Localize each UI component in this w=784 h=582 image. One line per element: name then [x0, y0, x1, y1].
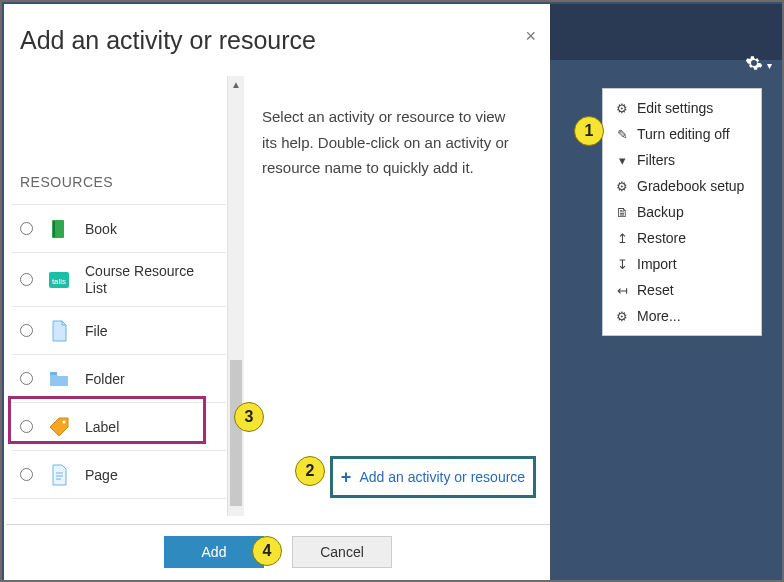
course-topbar [550, 4, 782, 60]
resource-radio[interactable] [20, 372, 33, 385]
menu-item-label: Edit settings [637, 100, 713, 116]
gear-icon: ⚙ [615, 309, 629, 324]
button-label: Add [202, 544, 227, 560]
menu-item-label: Import [637, 256, 677, 272]
menu-item-reset[interactable]: ↤Reset [603, 277, 761, 303]
svg-text:talis: talis [52, 277, 66, 286]
label-icon [47, 415, 71, 439]
annotation-badge-4: 4 [252, 536, 282, 566]
annotation-badge-2: 2 [295, 456, 325, 486]
svg-point-5 [63, 420, 66, 423]
up-arrow-icon: ↥ [615, 231, 629, 246]
menu-item-restore[interactable]: ↥Restore [603, 225, 761, 251]
resource-label: Folder [85, 371, 125, 387]
menu-item-label: Turn editing off [637, 126, 730, 142]
caret-down-icon: ▾ [767, 60, 772, 71]
menu-item-backup[interactable]: 🗎Backup [603, 199, 761, 225]
resource-list-scrollbar[interactable]: ▲ [227, 76, 244, 516]
resource-label: Label [85, 419, 119, 435]
resource-list-pane: RESOURCES Book talis Course Resource Lis… [12, 76, 226, 516]
menu-item-label: More... [637, 308, 681, 324]
resource-row-page[interactable]: Page [12, 451, 226, 499]
annotation-badge-3: 3 [234, 402, 264, 432]
button-label: Cancel [320, 544, 364, 560]
menu-item-turn-editing-off[interactable]: ✎Turn editing off [603, 121, 761, 147]
document-icon: 🗎 [615, 205, 629, 220]
down-arrow-icon: ↧ [615, 257, 629, 272]
resource-radio[interactable] [20, 222, 33, 235]
resource-radio[interactable] [20, 273, 33, 286]
page-icon [47, 463, 71, 487]
add-button[interactable]: Add [164, 536, 264, 568]
close-icon: × [525, 26, 536, 46]
resource-row-book[interactable]: Book [12, 205, 226, 253]
menu-item-gradebook-setup[interactable]: ⚙Gradebook setup [603, 173, 761, 199]
menu-item-label: Restore [637, 230, 686, 246]
svg-rect-1 [53, 221, 55, 237]
app-stage: ▾ ⚙Edit settings ✎Turn editing off ▾Filt… [0, 0, 784, 582]
book-icon [47, 217, 71, 241]
funnel-icon: ▾ [615, 153, 629, 168]
menu-item-filters[interactable]: ▾Filters [603, 147, 761, 173]
gear-icon: ⚙ [615, 101, 629, 116]
resource-radio[interactable] [20, 420, 33, 433]
menu-item-label: Reset [637, 282, 674, 298]
left-arrow-icon: ↤ [615, 283, 629, 298]
help-text: Select an activity or resource to view i… [262, 104, 524, 181]
resource-radio[interactable] [20, 324, 33, 337]
menu-item-label: Backup [637, 204, 684, 220]
settings-gear-trigger[interactable]: ▾ [745, 54, 772, 77]
file-icon [47, 319, 71, 343]
add-activity-link-label: Add an activity or resource [359, 469, 525, 485]
menu-item-import[interactable]: ↧Import [603, 251, 761, 277]
resource-label: File [85, 323, 108, 339]
gear-icon: ⚙ [615, 179, 629, 194]
resource-row-label[interactable]: Label [12, 403, 226, 451]
menu-item-label: Gradebook setup [637, 178, 744, 194]
settings-menu: ⚙Edit settings ✎Turn editing off ▾Filter… [602, 88, 762, 336]
resource-label: Course Resource List [85, 263, 218, 297]
resource-radio[interactable] [20, 468, 33, 481]
activity-chooser-dialog: Add an activity or resource × RESOURCES … [4, 4, 550, 580]
talis-icon: talis [47, 268, 71, 292]
menu-item-edit-settings[interactable]: ⚙Edit settings [603, 95, 761, 121]
folder-icon [47, 367, 71, 391]
resource-row-folder[interactable]: Folder [12, 355, 226, 403]
gear-icon [745, 54, 763, 77]
menu-item-more[interactable]: ⚙More... [603, 303, 761, 329]
menu-item-label: Filters [637, 152, 675, 168]
close-button[interactable]: × [525, 26, 536, 47]
cancel-button[interactable]: Cancel [292, 536, 392, 568]
resource-label: Book [85, 221, 117, 237]
svg-rect-4 [50, 372, 57, 375]
annotation-badge-1: 1 [574, 116, 604, 146]
scroll-thumb[interactable] [230, 360, 242, 506]
plus-icon: + [341, 467, 352, 488]
scroll-up-arrow[interactable]: ▲ [228, 76, 244, 94]
resources-section-header: RESOURCES [12, 76, 226, 205]
resource-label: Page [85, 467, 118, 483]
add-activity-link-box[interactable]: + Add an activity or resource [330, 456, 536, 498]
dialog-title: Add an activity or resource [20, 26, 316, 55]
resource-row-course-resource-list[interactable]: talis Course Resource List [12, 253, 226, 307]
resource-row-file[interactable]: File [12, 307, 226, 355]
pencil-icon: ✎ [615, 127, 629, 142]
